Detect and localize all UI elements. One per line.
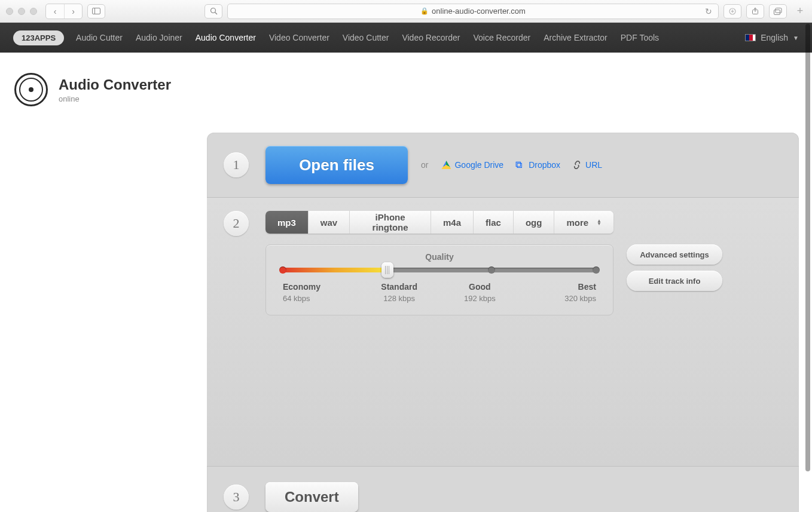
browser-chrome: ‹ › 🔒 online-audio-converter.com ↻ + — [0, 0, 812, 23]
chevron-down-icon: ▼ — [793, 35, 799, 41]
scrollbar[interactable] — [805, 24, 810, 510]
tab-m4a[interactable]: m4a — [431, 211, 473, 234]
tab-iphone-ringtone[interactable]: iPhone ringtone — [349, 211, 431, 234]
link-icon — [572, 161, 582, 169]
minimize-window-icon[interactable] — [18, 8, 25, 15]
quality-slider[interactable] — [283, 268, 596, 272]
nav-item-video-cutter[interactable]: Video Cutter — [343, 33, 389, 42]
search-icon[interactable] — [204, 4, 222, 19]
quality-title: Quality — [283, 252, 596, 262]
page-subtitle: online — [59, 94, 171, 103]
step-number-2: 2 — [224, 211, 249, 236]
language-label: English — [761, 33, 788, 42]
quality-rate-economy: 64 kbps — [283, 294, 355, 303]
advanced-settings-button[interactable]: Advanced settings — [627, 244, 722, 265]
google-drive-link[interactable]: Google Drive — [441, 160, 503, 170]
google-drive-icon — [441, 161, 451, 169]
close-window-icon[interactable] — [6, 8, 13, 15]
tab-more-label: more — [566, 217, 588, 228]
format-tabs: mp3 wav iPhone ringtone m4a flac ogg mor… — [265, 211, 613, 234]
slider-stop-good[interactable] — [488, 266, 495, 274]
nav-item-audio-cutter[interactable]: Audio Cutter — [76, 33, 123, 42]
new-tab-button[interactable]: + — [794, 5, 806, 17]
lock-icon: 🔒 — [420, 7, 429, 15]
section-convert: 3 Convert — [207, 467, 799, 512]
tab-ogg[interactable]: ogg — [513, 211, 554, 234]
back-button[interactable]: ‹ — [46, 4, 64, 19]
section-open: 1 Open files or Google Drive ⧉ Dropbox — [207, 133, 799, 198]
svg-rect-0 — [93, 8, 100, 14]
tab-mp3[interactable]: mp3 — [265, 211, 308, 234]
url-label: URL — [585, 160, 602, 170]
nav-item-audio-joiner[interactable]: Audio Joiner — [136, 33, 182, 42]
tab-flac[interactable]: flac — [473, 211, 513, 234]
top-nav: 123APPS Audio Cutter Audio Joiner Audio … — [0, 23, 812, 53]
dropbox-icon: ⧉ — [515, 161, 525, 169]
language-selector[interactable]: English ▼ — [745, 33, 799, 42]
quality-box: Quality Economy 64 kbps — [265, 244, 613, 315]
tab-wav[interactable]: wav — [308, 211, 349, 234]
address-bar[interactable]: 🔒 online-audio-converter.com ↻ — [227, 4, 719, 19]
nav-item-video-recorder[interactable]: Video Recorder — [402, 33, 460, 42]
share-icon[interactable] — [746, 4, 764, 19]
brand-pill[interactable]: 123APPS — [13, 30, 64, 45]
zoom-window-icon[interactable] — [30, 8, 37, 15]
quality-name-good: Good — [444, 282, 515, 292]
slider-stop-best[interactable] — [593, 266, 600, 274]
svg-rect-7 — [776, 8, 782, 13]
nav-item-video-converter[interactable]: Video Converter — [269, 33, 329, 42]
reload-icon[interactable]: ↻ — [705, 7, 712, 16]
svg-line-3 — [215, 13, 217, 15]
svg-rect-6 — [774, 10, 780, 14]
section-format: 2 mp3 wav iPhone ringtone m4a flac ogg m… — [207, 198, 799, 467]
quality-name-standard: Standard — [364, 282, 435, 292]
edit-track-info-button[interactable]: Edit track info — [627, 271, 722, 291]
page-title: Audio Converter — [59, 76, 171, 93]
quality-name-economy: Economy — [283, 282, 355, 292]
sort-arrows-icon: ▲▼ — [597, 219, 602, 225]
page-header: Audio Converter online — [0, 53, 812, 106]
quality-name-best: Best — [524, 282, 596, 292]
nav-item-audio-converter[interactable]: Audio Converter — [196, 33, 256, 42]
tab-more[interactable]: more ▲▼ — [554, 211, 613, 234]
slider-handle[interactable] — [381, 262, 393, 278]
url-text: online-audio-converter.com — [432, 7, 526, 16]
convert-button[interactable]: Convert — [265, 482, 358, 512]
disc-icon — [14, 73, 48, 106]
scrollbar-thumb[interactable] — [805, 24, 810, 471]
open-files-button[interactable]: Open files — [265, 146, 408, 184]
sidebar-icon[interactable] — [87, 4, 105, 19]
quality-rate-best: 320 kbps — [524, 294, 596, 303]
dropbox-link[interactable]: ⧉ Dropbox — [515, 160, 560, 170]
window-controls — [6, 8, 37, 15]
tabs-icon[interactable] — [769, 4, 787, 19]
flag-uk-icon — [745, 34, 756, 41]
dropbox-label: Dropbox — [529, 160, 560, 170]
slider-stop-economy[interactable] — [279, 266, 286, 274]
quality-rate-good: 192 kbps — [444, 294, 515, 303]
step-number-1: 1 — [224, 152, 249, 177]
forward-button[interactable]: › — [64, 4, 82, 19]
nav-item-voice-recorder[interactable]: Voice Recorder — [473, 33, 530, 42]
main-panel: 1 Open files or Google Drive ⧉ Dropbox — [207, 133, 799, 512]
google-drive-label: Google Drive — [454, 160, 503, 170]
or-text: or — [421, 160, 428, 170]
downloads-icon[interactable] — [724, 4, 741, 19]
slider-fill — [283, 268, 387, 272]
quality-rate-standard: 128 kbps — [364, 294, 435, 303]
nav-item-pdf-tools[interactable]: PDF Tools — [621, 33, 659, 42]
step-number-3: 3 — [224, 485, 249, 510]
svg-point-2 — [210, 8, 215, 13]
url-link[interactable]: URL — [572, 160, 602, 170]
nav-item-archive-extractor[interactable]: Archive Extractor — [544, 33, 608, 42]
